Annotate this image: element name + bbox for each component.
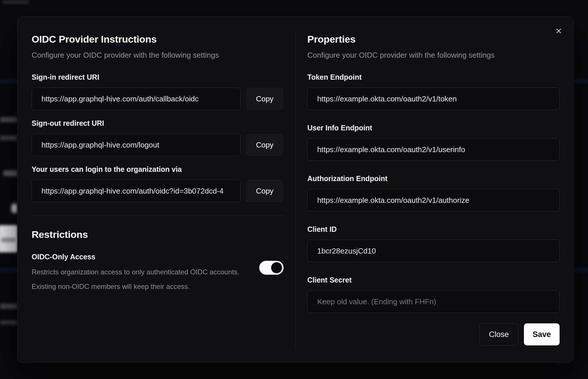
instructions-subtitle: Configure your OIDC provider with the fo… xyxy=(32,50,284,60)
close-button[interactable]: Close xyxy=(479,323,518,345)
sign-in-redirect-input[interactable] xyxy=(32,88,241,110)
toggle-knob-icon xyxy=(271,262,282,273)
user-info-endpoint-input[interactable] xyxy=(307,138,560,161)
background-blurred-text xyxy=(0,320,17,325)
background-white-panel-text xyxy=(1,238,16,242)
background-blurred-text xyxy=(0,117,17,122)
section-divider xyxy=(32,215,284,215)
save-button[interactable]: Save xyxy=(524,323,560,345)
sign-out-redirect-input[interactable] xyxy=(32,134,241,156)
login-url-label: Your users can login to the organization… xyxy=(32,165,284,174)
properties-title: Properties xyxy=(307,33,560,45)
authorization-endpoint-row xyxy=(307,189,560,212)
token-endpoint-label: Token Endpoint xyxy=(307,73,560,82)
copy-sign-out-button[interactable]: Copy xyxy=(246,134,284,156)
oidc-settings-modal: ✕ OIDC Provider Instructions Configure y… xyxy=(17,17,574,362)
properties-subtitle: Configure your OIDC provider with the fo… xyxy=(307,50,560,60)
client-secret-row xyxy=(307,290,560,313)
authorization-endpoint-label: Authorization Endpoint xyxy=(307,174,560,183)
authorization-endpoint-input[interactable] xyxy=(307,189,560,212)
background-blurred-text xyxy=(0,136,17,140)
background-blurred-text xyxy=(3,170,17,176)
user-info-endpoint-row xyxy=(307,138,560,161)
sign-in-redirect-label: Sign-in redirect URI xyxy=(32,73,284,82)
sign-out-redirect-label: Sign-out redirect URI xyxy=(32,119,284,128)
sign-in-redirect-row: Copy xyxy=(32,88,284,110)
column-divider xyxy=(295,31,296,349)
copy-login-url-button[interactable]: Copy xyxy=(246,180,284,202)
client-secret-label: Client Secret xyxy=(307,276,560,285)
client-id-row xyxy=(307,240,560,262)
copy-sign-in-button[interactable]: Copy xyxy=(246,88,284,110)
oidc-only-access-toggle[interactable] xyxy=(259,261,284,275)
instructions-title: OIDC Provider Instructions xyxy=(32,33,284,45)
token-endpoint-input[interactable] xyxy=(307,88,560,110)
oidc-only-access-text: OIDC-Only Access Restricts organization … xyxy=(32,252,239,294)
instructions-column: OIDC Provider Instructions Configure you… xyxy=(32,17,284,294)
oidc-only-access-description: Restricts organization access to only au… xyxy=(32,265,239,294)
background-blurred-tab xyxy=(2,0,29,4)
modal-actions: Close Save xyxy=(307,323,560,345)
oidc-only-access-row: OIDC-Only Access Restricts organization … xyxy=(32,252,284,294)
oidc-only-access-label: OIDC-Only Access xyxy=(32,252,239,261)
login-url-input[interactable] xyxy=(32,180,241,202)
restrictions-title: Restrictions xyxy=(32,228,284,241)
login-url-row: Copy xyxy=(32,180,284,202)
background-blurred-text xyxy=(0,304,17,309)
sign-out-redirect-row: Copy xyxy=(32,134,284,156)
background-white-blob xyxy=(12,204,17,213)
properties-column: Properties Configure your OIDC provider … xyxy=(307,17,560,345)
client-id-input[interactable] xyxy=(307,240,560,262)
token-endpoint-row xyxy=(307,88,560,110)
client-secret-input[interactable] xyxy=(307,290,560,313)
user-info-endpoint-label: User Info Endpoint xyxy=(307,123,560,132)
client-id-label: Client ID xyxy=(307,225,560,234)
